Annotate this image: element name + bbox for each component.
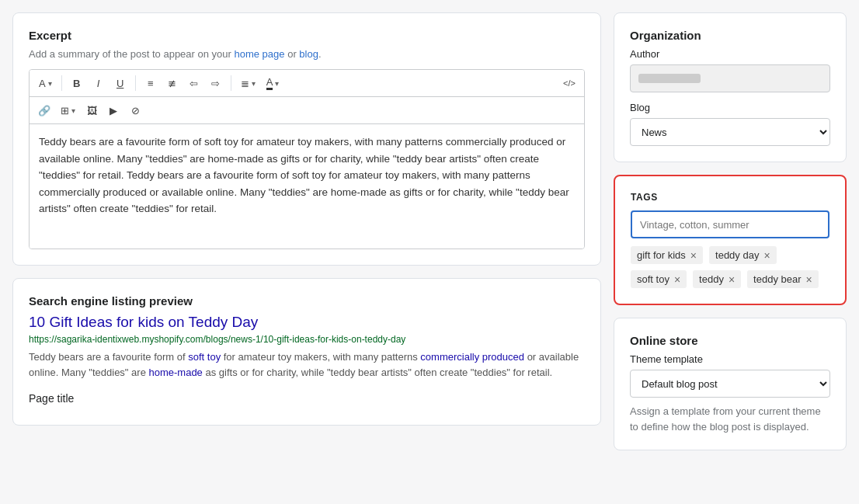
divider-1 [61, 75, 62, 91]
embed-button[interactable]: ⊘ [125, 100, 145, 120]
align-button[interactable]: ≣ ▾ [236, 73, 260, 93]
tag-teddy: teddy × [693, 270, 741, 288]
table-button[interactable]: ⊞ ▾ [56, 100, 80, 120]
blog-select[interactable]: News Default Blog Updates [630, 118, 830, 146]
tag-gift-for-kids: gift for kids × [631, 246, 703, 264]
organization-card: Organization Author Blog News Default Bl… [614, 12, 847, 162]
indent-right-button[interactable]: ⇨ [206, 73, 226, 93]
author-label: Author [630, 48, 830, 60]
font-size-button[interactable]: A ▾ [34, 73, 57, 93]
seo-card: Search engine listing preview 10 Gift Id… [12, 278, 601, 426]
tag-remove-soft-toy[interactable]: × [674, 274, 680, 285]
home-page-link[interactable]: home page [234, 48, 284, 60]
video-button[interactable]: ▶ [103, 100, 123, 120]
bold-button[interactable]: B [67, 73, 87, 93]
seo-page-title: 10 Gift Ideas for kids on Teddy Day [29, 314, 585, 331]
font-size-label: A [39, 78, 46, 89]
align-icon: ≣ [241, 78, 249, 89]
seo-highlight-2: commercially produced [420, 351, 524, 363]
divider-2 [135, 75, 136, 91]
link-button[interactable]: 🔗 [34, 100, 54, 120]
editor-wrapper: A ▾ B I U ≡ ≢ ⇦ ⇨ ≣ ▾ [29, 69, 585, 249]
seo-description: Teddy bears are a favourite form of soft… [29, 349, 585, 380]
indent-left-button[interactable]: ⇦ [184, 73, 204, 93]
tags-title: TAGS [631, 192, 829, 203]
theme-template-select[interactable]: Default blog post Custom template [630, 370, 830, 398]
ordered-list-button[interactable]: ≢ [162, 73, 183, 93]
blog-link[interactable]: blog [299, 48, 318, 60]
divider-3 [231, 75, 231, 91]
text-color-label: A [266, 76, 273, 90]
unordered-list-button[interactable]: ≡ [141, 73, 161, 93]
code-view-button[interactable]: </> [559, 73, 579, 93]
seo-title: Search engine listing preview [29, 294, 585, 308]
image-button[interactable]: 🖼 [82, 100, 102, 120]
organization-title: Organization [630, 29, 830, 42]
seo-highlight-1: soft toy [188, 351, 221, 363]
tag-label: teddy day [715, 249, 759, 261]
tags-card: TAGS gift for kids × teddy day × soft to… [614, 175, 847, 305]
tags-list: gift for kids × teddy day × soft toy × t… [631, 246, 829, 288]
excerpt-title: Excerpt [29, 29, 585, 42]
table-icon: ⊞ [61, 105, 69, 116]
italic-button[interactable]: I [89, 73, 109, 93]
tag-teddy-day: teddy day × [709, 246, 777, 264]
tag-label: gift for kids [637, 249, 686, 261]
tag-label: soft toy [637, 273, 669, 285]
toolbar-row-1: A ▾ B I U ≡ ≢ ⇦ ⇨ ≣ ▾ [30, 70, 584, 97]
author-field [630, 64, 830, 92]
online-store-title: Online store [630, 334, 830, 347]
tag-soft-toy: soft toy × [631, 270, 687, 288]
tag-label: teddy bear [753, 273, 801, 285]
tags-input[interactable] [631, 210, 829, 238]
font-group: A ▾ [34, 73, 57, 93]
tag-remove-gift-for-kids[interactable]: × [690, 250, 697, 261]
underline-button[interactable]: U [110, 73, 130, 93]
online-store-card: Online store Theme template Default blog… [614, 318, 847, 450]
editor-content[interactable]: Teddy bears are a favourite form of soft… [30, 124, 584, 249]
toolbar-row-2: 🔗 ⊞ ▾ 🖼 ▶ ⊘ [30, 97, 584, 124]
tag-remove-teddy[interactable]: × [729, 274, 735, 285]
blog-label: Blog [630, 102, 830, 113]
font-size-caret: ▾ [48, 79, 52, 88]
text-color-button[interactable]: A ▾ [262, 73, 284, 93]
tag-label: teddy [699, 273, 724, 285]
online-store-description: Assign a template from your current them… [630, 404, 830, 434]
page-title-label: Page title [29, 392, 585, 405]
align-caret: ▾ [252, 79, 256, 88]
excerpt-description: Add a summary of the post to appear on y… [29, 48, 585, 60]
seo-highlight-3: home-made [148, 367, 202, 378]
table-caret: ▾ [71, 106, 75, 115]
author-blur-text [638, 74, 701, 83]
theme-template-label: Theme template [630, 353, 830, 365]
text-color-caret: ▾ [275, 79, 279, 88]
tag-remove-teddy-bear[interactable]: × [806, 274, 812, 285]
excerpt-card: Excerpt Add a summary of the post to app… [12, 12, 601, 266]
tag-remove-teddy-day[interactable]: × [763, 250, 770, 261]
seo-url: https://sagarika-identixweb.myshopify.co… [29, 334, 585, 345]
tag-teddy-bear: teddy bear × [747, 270, 819, 288]
